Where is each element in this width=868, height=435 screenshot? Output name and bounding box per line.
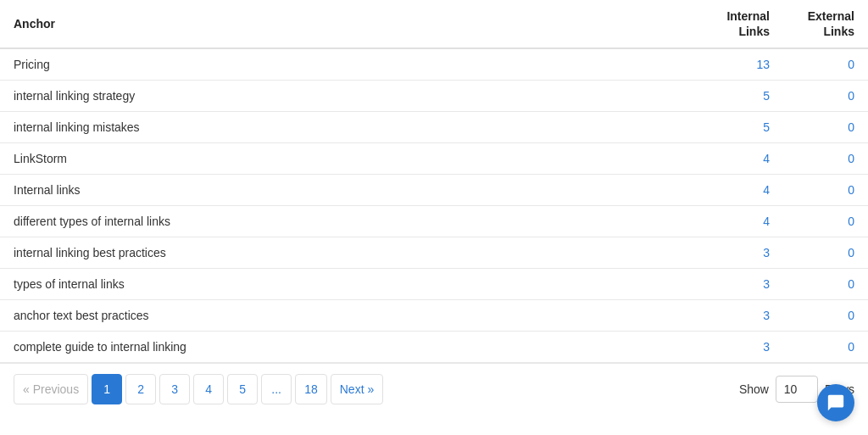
- internal-links-cell[interactable]: 13: [698, 48, 783, 81]
- col-external-header: ExternalLinks: [783, 0, 868, 48]
- external-links-cell[interactable]: 0: [783, 175, 868, 206]
- page-ellipsis: ...: [261, 374, 292, 404]
- external-links-cell[interactable]: 0: [783, 269, 868, 300]
- show-label: Show: [739, 382, 769, 396]
- internal-links-cell[interactable]: 4: [698, 175, 783, 206]
- external-links-cell[interactable]: 0: [783, 143, 868, 175]
- page-18-button[interactable]: 18: [295, 374, 327, 404]
- table-row: complete guide to internal linking30: [0, 332, 868, 363]
- table-row: Internal links40: [0, 175, 868, 206]
- page-3-button[interactable]: 3: [159, 374, 190, 404]
- table-row: types of internal links30: [0, 269, 868, 300]
- anchor-cell: internal linking best practices: [0, 237, 698, 269]
- anchor-cell: Internal links: [0, 175, 698, 206]
- chat-bubble-button[interactable]: [817, 384, 854, 415]
- anchor-cell: different types of internal links: [0, 206, 698, 237]
- internal-links-cell[interactable]: 3: [698, 300, 783, 332]
- anchor-cell: Pricing: [0, 48, 698, 81]
- external-links-cell[interactable]: 0: [783, 332, 868, 363]
- anchor-cell: internal linking mistakes: [0, 112, 698, 143]
- table-row: internal linking best practices30: [0, 237, 868, 269]
- page-2-button[interactable]: 2: [125, 374, 156, 404]
- internal-links-cell[interactable]: 3: [698, 237, 783, 269]
- external-links-cell[interactable]: 0: [783, 300, 868, 332]
- internal-links-cell[interactable]: 4: [698, 206, 783, 237]
- external-links-cell[interactable]: 0: [783, 112, 868, 143]
- internal-links-cell[interactable]: 4: [698, 143, 783, 175]
- page-1-button[interactable]: 1: [92, 374, 122, 404]
- internal-links-cell[interactable]: 5: [698, 112, 783, 143]
- external-links-cell[interactable]: 0: [783, 81, 868, 112]
- pagination-left: « Previous 1 2 3 4 5 ... 18 Next »: [14, 374, 383, 404]
- external-links-cell[interactable]: 0: [783, 206, 868, 237]
- col-internal-header: InternalLinks: [698, 0, 783, 48]
- pagination-row: « Previous 1 2 3 4 5 ... 18 Next » Show …: [0, 363, 868, 415]
- anchor-cell: types of internal links: [0, 269, 698, 300]
- col-anchor-header: Anchor: [0, 0, 698, 48]
- anchor-table: Anchor InternalLinks ExternalLinks Prici…: [0, 0, 868, 363]
- next-button[interactable]: Next »: [331, 374, 383, 404]
- table-container: Anchor InternalLinks ExternalLinks Prici…: [0, 0, 868, 415]
- table-row: anchor text best practices30: [0, 300, 868, 332]
- external-links-cell[interactable]: 0: [783, 48, 868, 81]
- page-4-button[interactable]: 4: [193, 374, 224, 404]
- external-links-cell[interactable]: 0: [783, 237, 868, 269]
- table-row: internal linking mistakes50: [0, 112, 868, 143]
- table-row: different types of internal links40: [0, 206, 868, 237]
- internal-links-cell[interactable]: 3: [698, 269, 783, 300]
- table-row: LinkStorm40: [0, 143, 868, 175]
- prev-button[interactable]: « Previous: [14, 374, 88, 404]
- anchor-cell: complete guide to internal linking: [0, 332, 698, 363]
- table-row: Pricing130: [0, 48, 868, 81]
- rows-input[interactable]: [776, 376, 818, 403]
- internal-links-cell[interactable]: 3: [698, 332, 783, 363]
- internal-links-cell[interactable]: 5: [698, 81, 783, 112]
- anchor-cell: LinkStorm: [0, 143, 698, 175]
- table-row: internal linking strategy50: [0, 81, 868, 112]
- page-5-button[interactable]: 5: [227, 374, 258, 404]
- anchor-cell: anchor text best practices: [0, 300, 698, 332]
- anchor-cell: internal linking strategy: [0, 81, 698, 112]
